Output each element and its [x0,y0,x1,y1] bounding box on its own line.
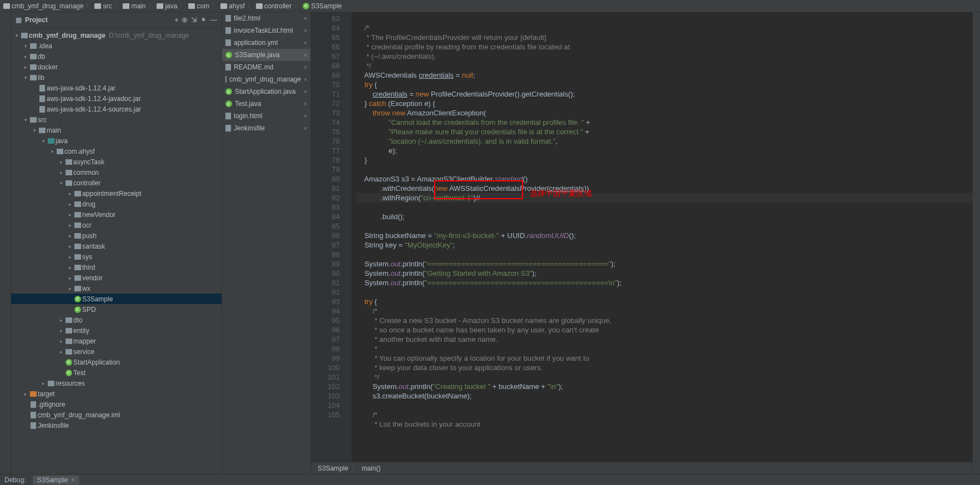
line-number[interactable]: 97 [311,335,340,344]
tree-item[interactable]: ▸appointmentReceipt [11,188,222,199]
expand-arrow-icon[interactable]: ▸ [40,381,47,386]
project-panel-title[interactable]: Project [25,16,172,24]
line-number[interactable]: 74 [311,118,340,127]
editor-tab[interactable]: CS3Sample.java× [222,49,310,61]
tree-item[interactable]: ▸docker [11,62,222,72]
tree-item[interactable]: ▸asyncTask [11,156,222,167]
tree-item[interactable]: ▾controller [11,178,222,188]
chevron-down-icon[interactable]: ▾ [175,16,178,24]
tree-item[interactable]: ▸target [11,388,222,399]
line-number[interactable]: 101 [311,372,340,382]
line-number[interactable]: 68 [311,61,340,70]
tree-item[interactable]: .gitignore [11,399,222,410]
tree-item[interactable]: ▸santask [11,241,222,251]
line-number[interactable]: 65 [311,33,340,42]
tree-item[interactable]: ▸vendor [11,272,222,283]
line-number[interactable]: 69 [311,70,340,80]
line-number[interactable]: 96 [311,325,340,335]
close-icon[interactable]: × [304,16,307,22]
expand-arrow-icon[interactable]: ▸ [22,64,29,70]
expand-arrow-icon[interactable]: ▾ [31,128,38,133]
tool-window-bar-left[interactable] [0,12,11,474]
line-number[interactable]: 72 [311,99,340,108]
editor-tab[interactable]: cmb_ymf_drug_manage× [222,73,310,85]
breadcrumb-root[interactable]: cmb_ymf_drug_manage [3,2,83,10]
line-number[interactable]: 77 [311,146,340,155]
line-number[interactable]: 88 [311,250,340,259]
line-number[interactable]: 89 [311,259,340,269]
editor-tab[interactable]: CTest.java× [222,98,310,110]
line-number[interactable]: 98 [311,344,340,353]
breadcrumb-item[interactable]: ahysf [220,2,245,10]
line-number[interactable]: 76 [311,137,340,146]
tree-item[interactable]: ▸dto [11,315,222,325]
expand-arrow-icon[interactable]: ▸ [22,391,29,397]
line-number[interactable]: 82 [311,193,340,203]
editor-tab[interactable]: login.html× [222,110,310,122]
line-number[interactable]: 75 [311,127,340,137]
line-number[interactable]: 94 [311,306,340,316]
editor-tab[interactable]: CStartApplication.java× [222,85,310,98]
tree-item[interactable]: ▾main [11,125,222,135]
tree-item[interactable]: ▸drug [11,199,222,209]
crumb-method[interactable]: main() [361,464,380,472]
line-number[interactable]: 105 [311,410,340,420]
line-number[interactable]: 103 [311,391,340,401]
line-number-gutter[interactable]: 6364656667686970717273747576777879808182… [311,12,344,462]
close-icon[interactable]: × [304,77,307,83]
tree-item[interactable]: ▸entity [11,325,222,336]
expand-arrow-icon[interactable]: ▸ [58,349,64,355]
expand-arrow-icon[interactable]: ▾ [22,43,29,49]
editor-tab[interactable]: file2.html× [222,12,310,24]
debug-label[interactable]: Debug: [4,476,26,484]
expand-arrow-icon[interactable]: ▾ [13,33,20,38]
expand-arrow-icon[interactable]: ▸ [67,233,73,239]
line-number[interactable]: 83 [311,203,340,212]
expand-arrow-icon[interactable]: ▸ [67,244,73,249]
breadcrumb-item[interactable]: controller [256,2,292,10]
expand-arrow-icon[interactable]: ▸ [67,265,73,270]
line-number[interactable]: 102 [311,382,340,391]
line-number[interactable]: 66 [311,42,340,52]
tree-item[interactable]: ▸newVendor [11,209,222,220]
line-number[interactable]: 70 [311,80,340,89]
gear-icon[interactable]: ✶ [200,16,207,24]
tree-item[interactable]: ▸third [11,262,222,272]
tree-item[interactable]: CTest [11,367,222,378]
code-area[interactable]: /* * The ProfileCredentialsProvider will… [352,12,972,462]
tree-item[interactable]: ▸sys [11,251,222,262]
line-number[interactable]: 73 [311,108,340,118]
tree-item[interactable]: ▸common [11,167,222,178]
line-number[interactable]: 80 [311,174,340,184]
expand-arrow-icon[interactable]: ▸ [58,159,64,165]
expand-arrow-icon[interactable]: ▾ [49,149,56,154]
tree-root[interactable]: ▾ cmb_ymf_drug_manage D:\cmb_ymf_drug_ma… [11,30,222,41]
line-number[interactable]: 92 [311,287,340,297]
tree-item[interactable]: ▸resources [11,378,222,388]
hide-icon[interactable]: — [210,16,217,24]
tree-item[interactable]: ▾java [11,135,222,146]
breadcrumb-item[interactable]: main [123,2,145,10]
tree-item[interactable]: CSPD [11,304,222,315]
tree-item[interactable]: ▾src [11,114,222,125]
editor-breadcrumbs[interactable]: S3Sample 〉 main() [311,462,972,474]
close-icon[interactable]: × [71,476,75,484]
close-icon[interactable]: × [304,52,307,58]
breadcrumb-item[interactable]: com [188,2,209,10]
line-number[interactable]: 95 [311,316,340,325]
project-dropdown-icon[interactable]: ▦ [16,16,22,24]
line-number[interactable]: 64 [311,23,340,33]
tree-item[interactable]: ▾com.ahysf [11,146,222,156]
tree-item[interactable]: aws-java-sdk-1.12.4-javadoc.jar [11,93,222,104]
close-icon[interactable]: × [304,113,307,119]
fold-gutter[interactable] [344,12,352,462]
expand-arrow-icon[interactable]: ▸ [22,54,29,59]
tree-item[interactable]: ▾.idea [11,41,222,51]
editor-tab[interactable]: application.yml× [222,37,310,49]
expand-arrow-icon[interactable]: ▾ [40,138,47,144]
expand-arrow-icon[interactable]: ▸ [58,170,64,175]
expand-arrow-icon[interactable]: ▸ [58,328,64,334]
code-editor[interactable]: 6364656667686970717273747576777879808182… [311,12,972,474]
tree-item[interactable]: cmb_ymf_drug_manage.iml [11,410,222,420]
close-icon[interactable]: × [304,28,307,34]
